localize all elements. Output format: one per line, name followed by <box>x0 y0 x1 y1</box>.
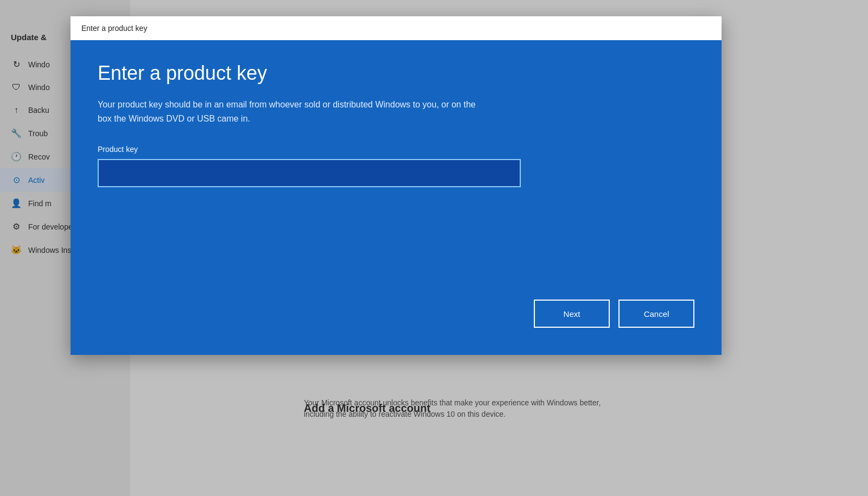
next-button[interactable]: Next <box>534 300 610 328</box>
dialog-footer: Next Cancel <box>98 267 694 328</box>
cancel-button[interactable]: Cancel <box>618 300 694 328</box>
dialog-title-bar: Enter a product key <box>71 16 722 40</box>
dialog-heading: Enter a product key <box>98 62 694 85</box>
product-key-dialog: Enter a product key Enter a product key … <box>71 16 722 355</box>
dialog-title-text: Enter a product key <box>81 24 147 33</box>
product-key-input[interactable] <box>98 159 521 187</box>
product-key-label: Product key <box>98 145 694 154</box>
dialog-description: Your product key should be in an email f… <box>98 98 477 125</box>
dialog-body: Enter a product key Your product key sho… <box>71 40 722 355</box>
